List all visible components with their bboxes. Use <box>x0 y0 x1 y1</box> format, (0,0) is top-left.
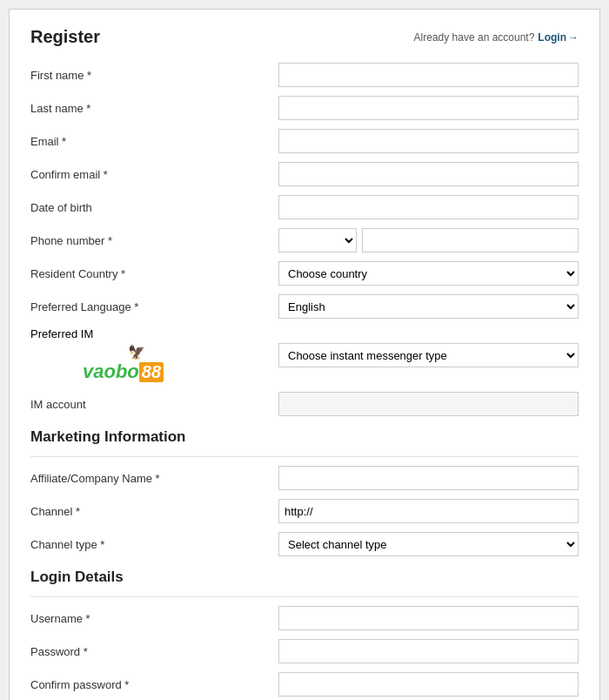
last-name-row: Last name * <box>30 96 579 120</box>
confirm-password-input[interactable] <box>278 672 579 697</box>
last-name-label: Last name * <box>30 102 278 115</box>
password-row: Password * <box>30 639 579 663</box>
email-label: Email * <box>30 135 278 148</box>
login-section-title: Login Details <box>30 569 579 597</box>
login-prompt-area: Already have an account? Login → <box>414 31 579 44</box>
login-prompt-text: Already have an account? <box>414 31 535 44</box>
login-link[interactable]: Login → <box>538 31 579 44</box>
preferred-language-label: Preferred Language * <box>30 300 278 313</box>
login-arrow-icon: → <box>568 31 579 44</box>
preferred-im-label: Preferred IM 🦅 vaobo88 <box>30 327 278 383</box>
im-account-input[interactable] <box>278 392 579 416</box>
logo-88: 88 <box>139 362 164 382</box>
dob-label: Date of birth <box>30 201 278 214</box>
preferred-language-select[interactable]: English <box>278 294 579 319</box>
preferred-im-label-area: Preferred IM 🦅 vaobo88 <box>30 327 278 383</box>
im-account-row: IM account <box>30 392 579 416</box>
phone-row: Phone number * <box>30 228 579 252</box>
last-name-input[interactable] <box>278 96 579 120</box>
affiliate-row: Affiliate/Company Name * <box>30 466 579 490</box>
confirm-email-label: Confirm email * <box>30 168 278 181</box>
password-label: Password * <box>30 645 278 658</box>
im-account-label: IM account <box>30 398 278 411</box>
phone-input-group <box>278 228 579 252</box>
logo-area: 🦅 vaobo88 <box>83 344 164 383</box>
first-name-label: First name * <box>30 69 278 82</box>
email-input[interactable] <box>278 129 579 153</box>
channel-label: Channel * <box>30 505 278 518</box>
register-form-container: Register Already have an account? Login … <box>9 9 600 700</box>
resident-country-label: Resident Country * <box>30 267 278 280</box>
logo-text: vaobo88 <box>83 360 164 383</box>
logo-vao: vao <box>83 360 116 383</box>
resident-country-row: Resident Country * Choose country <box>30 261 579 286</box>
confirm-password-label: Confirm password * <box>30 678 278 691</box>
username-label: Username * <box>30 612 278 625</box>
marketing-section-title: Marketing Information <box>30 428 579 457</box>
channel-type-row: Channel type * Select channel type <box>30 532 579 556</box>
preferred-language-row: Preferred Language * English <box>30 294 579 319</box>
phone-number-input[interactable] <box>362 228 579 252</box>
channel-type-label: Channel type * <box>30 538 278 551</box>
affiliate-input[interactable] <box>278 466 579 490</box>
email-row: Email * <box>30 129 579 153</box>
channel-row: Channel * <box>30 499 579 523</box>
dob-input[interactable] <box>278 195 579 219</box>
phone-label: Phone number * <box>30 234 278 247</box>
channel-type-select[interactable]: Select channel type <box>278 532 579 556</box>
preferred-im-select[interactable]: Choose instant messenger type <box>278 343 579 367</box>
logo-bird-icon: 🦅 <box>128 344 145 360</box>
username-row: Username * <box>30 606 579 630</box>
preferred-im-row: Preferred IM 🦅 vaobo88 Choose instant me… <box>30 327 579 383</box>
affiliate-label: Affiliate/Company Name * <box>30 472 278 485</box>
username-input[interactable] <box>278 606 579 630</box>
first-name-input[interactable] <box>278 63 579 87</box>
logo-bo: bo <box>116 360 139 383</box>
confirm-email-input[interactable] <box>278 162 579 186</box>
channel-input[interactable] <box>278 499 579 523</box>
header-row: Register Already have an account? Login … <box>30 27 579 47</box>
page-title: Register <box>30 27 100 47</box>
phone-country-select[interactable] <box>278 228 357 252</box>
password-input[interactable] <box>278 639 579 663</box>
login-divider <box>30 596 579 597</box>
confirm-password-row: Confirm password * <box>30 672 579 697</box>
confirm-email-row: Confirm email * <box>30 162 579 186</box>
dob-row: Date of birth <box>30 195 579 219</box>
first-name-row: First name * <box>30 63 579 87</box>
resident-country-select[interactable]: Choose country <box>278 261 579 286</box>
marketing-divider <box>30 456 579 457</box>
